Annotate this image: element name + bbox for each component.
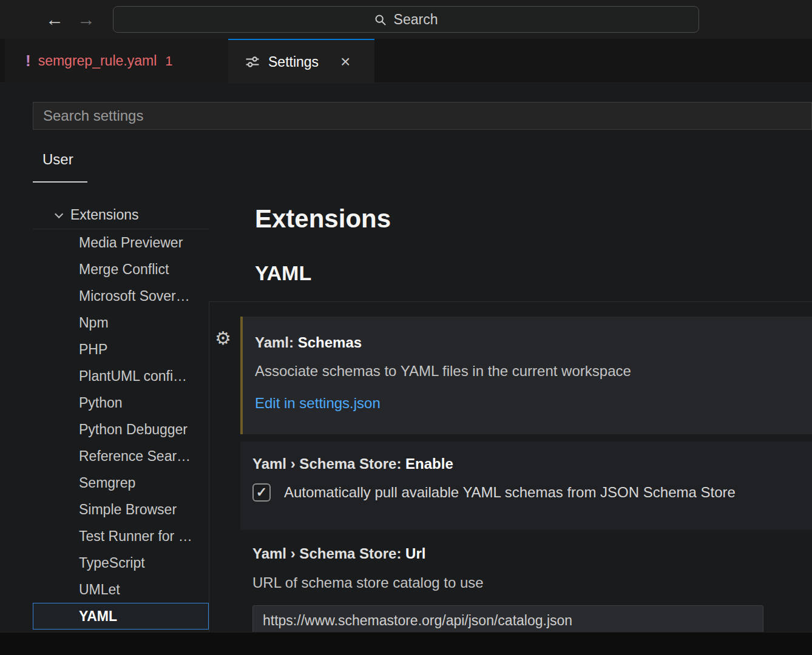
tab-semgrep-rule-yaml[interactable]: ! semgrep_rule.yaml 1 — [5, 39, 228, 83]
toc-item-php[interactable]: PHP — [33, 336, 209, 363]
toc-item-merge-conflict[interactable]: Merge Conflict — [33, 256, 209, 283]
toc-item-python[interactable]: Python — [33, 389, 209, 416]
problem-indicator-icon: ! — [25, 52, 31, 70]
checkbox-label: Automatically pull available YAML schema… — [284, 484, 736, 501]
close-icon[interactable]: × — [340, 53, 350, 70]
gear-icon[interactable]: ⚙ — [215, 329, 231, 348]
checkbox-row: ✓ Automatically pull available YAML sche… — [252, 483, 800, 502]
toc-item-python-debugger[interactable]: Python Debugger — [33, 416, 209, 443]
command-center-search-label: Search — [394, 12, 438, 28]
section-title-yaml: YAML — [255, 261, 311, 285]
vscode-window: ← → Search ! semgrep_rule.yaml 1 — [0, 0, 812, 655]
setting-title: Yaml: Schemas — [255, 334, 800, 352]
title-bar: ← → Search — [0, 0, 812, 39]
setting-row-schema-store-enable: Yaml › Schema Store: Enable ✓ Automatica… — [240, 442, 812, 530]
chevron-down-icon — [55, 209, 63, 218]
setting-title: Yaml › Schema Store: Url — [252, 545, 800, 563]
scope-tab-active-underline — [33, 181, 87, 183]
toc-item-semgrep[interactable]: Semgrep — [33, 469, 209, 496]
toc-item-test-runner[interactable]: Test Runner for … — [33, 523, 209, 549]
problem-count-badge: 1 — [165, 53, 172, 69]
toc-list: Media Previewer Merge Conflict Microsoft… — [33, 229, 209, 630]
setting-description: Associate schemas to YAML files in the c… — [255, 362, 800, 380]
editor-tab-strip: ! semgrep_rule.yaml 1 Settings × — [0, 39, 812, 83]
search-icon — [374, 13, 387, 25]
setting-key: Enable — [405, 455, 453, 472]
scope-tab-user[interactable]: User — [42, 151, 73, 168]
toc-root-label: Extensions — [70, 207, 139, 223]
tab-label: Settings — [268, 54, 319, 70]
back-arrow-icon: ← — [46, 9, 64, 30]
setting-key: Schemas — [298, 334, 362, 351]
check-icon: ✓ — [256, 485, 267, 500]
toc-item-typescript[interactable]: TypeScript — [33, 549, 209, 576]
toc-section-extensions[interactable]: Extensions — [33, 201, 209, 229]
toc-item-reference-search[interactable]: Reference Sear… — [33, 443, 209, 469]
setting-key: Url — [405, 545, 425, 562]
toc-item-plantuml[interactable]: PlantUML confi… — [33, 363, 209, 389]
toc-item-microsoft-sovereign[interactable]: Microsoft Sover… — [33, 283, 209, 309]
setting-title: Yaml › Schema Store: Enable — [252, 455, 800, 473]
command-center-search[interactable]: Search — [113, 6, 699, 33]
schema-store-url-input[interactable] — [252, 605, 763, 632]
settings-sliders-icon — [245, 55, 260, 69]
bottom-panel-edge — [0, 632, 812, 655]
toc-item-umlet[interactable]: UMLet — [33, 576, 209, 603]
schema-store-enable-checkbox[interactable]: ✓ — [252, 483, 271, 502]
forward-arrow-icon: → — [77, 9, 95, 30]
tab-settings[interactable]: Settings × — [228, 39, 374, 84]
toc-item-media-previewer[interactable]: Media Previewer — [33, 229, 209, 256]
setting-description: URL of schema store catalog to use — [252, 574, 800, 592]
setting-category: Yaml: — [255, 334, 298, 351]
header-divider — [209, 301, 812, 302]
back-button[interactable]: ← — [42, 7, 67, 32]
settings-search-input[interactable] — [33, 102, 812, 130]
toc-item-yaml[interactable]: YAML — [33, 603, 209, 630]
setting-row-schema-store-url: Yaml › Schema Store: Url URL of schema s… — [240, 545, 812, 632]
tab-label: semgrep_rule.yaml — [38, 53, 157, 69]
toc-splitter[interactable] — [209, 301, 209, 632]
setting-row-yaml-schemas: Yaml: Schemas Associate schemas to YAML … — [240, 317, 812, 434]
setting-category: Yaml › Schema Store: — [252, 545, 405, 562]
page-title-extensions: Extensions — [255, 204, 391, 233]
toc-item-npm[interactable]: Npm — [33, 309, 209, 336]
forward-button[interactable]: → — [74, 7, 98, 32]
edit-in-settings-json-link[interactable]: Edit in settings.json — [255, 395, 381, 412]
settings-editor: User Extensions Media Previewer Merge Co… — [0, 83, 812, 632]
setting-category: Yaml › Schema Store: — [252, 455, 405, 472]
toc-item-simple-browser[interactable]: Simple Browser — [33, 496, 209, 523]
